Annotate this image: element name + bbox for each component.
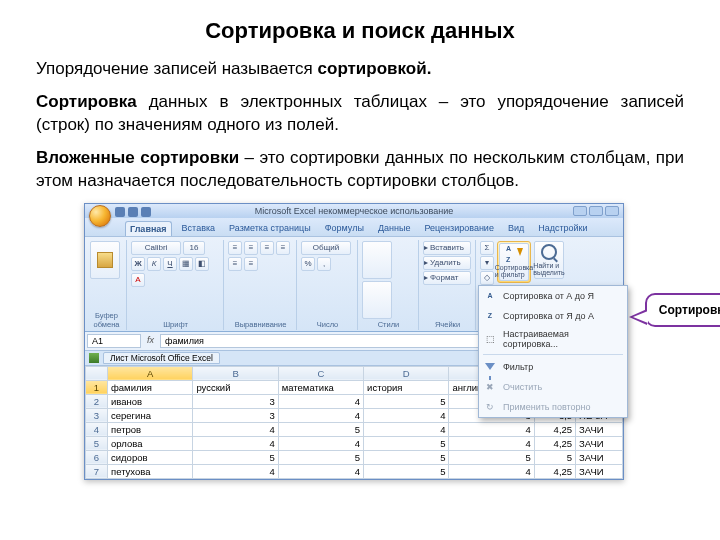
cell[interactable]: петухова: [108, 464, 193, 478]
cell[interactable]: серегина: [108, 408, 193, 422]
name-box[interactable]: A1: [87, 334, 141, 348]
font-select[interactable]: Calibri: [131, 241, 181, 255]
cell[interactable]: 5: [449, 450, 534, 464]
tab-addins[interactable]: Надстройки: [534, 221, 591, 236]
cell[interactable]: 4,25: [534, 422, 575, 436]
cell[interactable]: 4: [364, 408, 449, 422]
fill-color[interactable]: ◧: [195, 257, 209, 271]
workbook-tab[interactable]: Лист Microsoft Office Excel: [103, 352, 220, 364]
cell[interactable]: ЗАЧИ: [576, 464, 623, 478]
office-button[interactable]: [89, 205, 111, 227]
cell[interactable]: 5: [364, 464, 449, 478]
cell[interactable]: ЗАЧИ: [576, 450, 623, 464]
cell[interactable]: ЗАЧИ: [576, 436, 623, 450]
cell[interactable]: 4: [449, 436, 534, 450]
cell[interactable]: 4: [278, 408, 363, 422]
cell[interactable]: 4: [278, 464, 363, 478]
tab-review[interactable]: Рецензирование: [420, 221, 498, 236]
cell[interactable]: 4,25: [534, 436, 575, 450]
cell[interactable]: 4: [193, 464, 278, 478]
cell[interactable]: сидоров: [108, 450, 193, 464]
cell[interactable]: петров: [108, 422, 193, 436]
cell[interactable]: русский: [193, 380, 278, 394]
tab-layout[interactable]: Разметка страницы: [225, 221, 315, 236]
row-header[interactable]: 4: [86, 422, 108, 436]
row-header[interactable]: 5: [86, 436, 108, 450]
cell[interactable]: история: [364, 380, 449, 394]
tab-home[interactable]: Главная: [125, 221, 172, 236]
tab-insert[interactable]: Вставка: [178, 221, 219, 236]
align-left[interactable]: ≡: [276, 241, 290, 255]
quick-access-toolbar[interactable]: [115, 207, 151, 217]
paste-button[interactable]: [90, 241, 120, 279]
menu-clear[interactable]: ✖Очистить: [479, 377, 627, 397]
row-header[interactable]: 2: [86, 394, 108, 408]
format-table[interactable]: [362, 281, 392, 319]
cell[interactable]: 4: [449, 422, 534, 436]
cell[interactable]: 5: [278, 450, 363, 464]
font-color[interactable]: A: [131, 273, 145, 287]
col-header[interactable]: A: [108, 366, 193, 380]
cell[interactable]: иванов: [108, 394, 193, 408]
cell[interactable]: 4: [193, 422, 278, 436]
autosum[interactable]: Σ: [480, 241, 494, 255]
format-button[interactable]: ▸ Формат: [423, 271, 471, 285]
cell[interactable]: фамилия: [108, 380, 193, 394]
cell[interactable]: орлова: [108, 436, 193, 450]
percent-button[interactable]: %: [301, 257, 315, 271]
cell[interactable]: 4: [278, 436, 363, 450]
menu-reapply[interactable]: ↻Применить повторно: [479, 397, 627, 417]
cell[interactable]: 5: [193, 450, 278, 464]
cell[interactable]: ЗАЧИ: [576, 422, 623, 436]
fill-button[interactable]: ▾: [480, 256, 494, 270]
comma-button[interactable]: ,: [317, 257, 331, 271]
menu-custom-sort[interactable]: ⬚Настраиваемая сортировка...: [479, 326, 627, 352]
col-header[interactable]: B: [193, 366, 278, 380]
row-header[interactable]: 7: [86, 464, 108, 478]
menu-filter[interactable]: Фильтр: [479, 357, 627, 377]
cell[interactable]: 4: [449, 464, 534, 478]
align-bot[interactable]: ≡: [260, 241, 274, 255]
cell[interactable]: 3: [193, 408, 278, 422]
cond-format[interactable]: [362, 241, 392, 279]
menu-sort-az[interactable]: Сортировка от А до Я: [479, 286, 627, 306]
cell[interactable]: 5: [364, 436, 449, 450]
col-header[interactable]: C: [278, 366, 363, 380]
cell[interactable]: 4,25: [534, 464, 575, 478]
align-center[interactable]: ≡: [228, 257, 242, 271]
clear-button[interactable]: ◇: [480, 271, 494, 285]
font-size[interactable]: 16: [183, 241, 205, 255]
cell[interactable]: 3: [193, 394, 278, 408]
cell[interactable]: 5: [278, 422, 363, 436]
corner-cell[interactable]: [86, 366, 108, 380]
insert-button[interactable]: ▸ Вставить: [423, 241, 471, 255]
cell[interactable]: 5: [364, 394, 449, 408]
cell[interactable]: математика: [278, 380, 363, 394]
italic-button[interactable]: К: [147, 257, 161, 271]
number-format[interactable]: Общий: [301, 241, 351, 255]
tab-formulas[interactable]: Формулы: [321, 221, 368, 236]
underline-button[interactable]: Ч: [163, 257, 177, 271]
row-header[interactable]: 1: [86, 380, 108, 394]
align-top[interactable]: ≡: [228, 241, 242, 255]
cell[interactable]: 4: [193, 436, 278, 450]
sort-filter-button[interactable]: Сортировка и фильтр: [499, 243, 529, 281]
col-header[interactable]: D: [364, 366, 449, 380]
delete-button[interactable]: ▸ Удалить: [423, 256, 471, 270]
tab-data[interactable]: Данные: [374, 221, 415, 236]
border-button[interactable]: ▦: [179, 257, 193, 271]
align-mid[interactable]: ≡: [244, 241, 258, 255]
menu-sort-za[interactable]: Сортировка от Я до А: [479, 306, 627, 326]
find-select-button[interactable]: Найти и выделить: [534, 241, 564, 279]
cell[interactable]: 5: [534, 450, 575, 464]
window-controls[interactable]: [573, 206, 619, 216]
row-header[interactable]: 3: [86, 408, 108, 422]
bold-button[interactable]: Ж: [131, 257, 145, 271]
tab-view[interactable]: Вид: [504, 221, 528, 236]
term-nested-sort: Вложенные сортировки: [36, 148, 239, 167]
align-right[interactable]: ≡: [244, 257, 258, 271]
row-header[interactable]: 6: [86, 450, 108, 464]
cell[interactable]: 4: [278, 394, 363, 408]
cell[interactable]: 4: [364, 422, 449, 436]
cell[interactable]: 5: [364, 450, 449, 464]
